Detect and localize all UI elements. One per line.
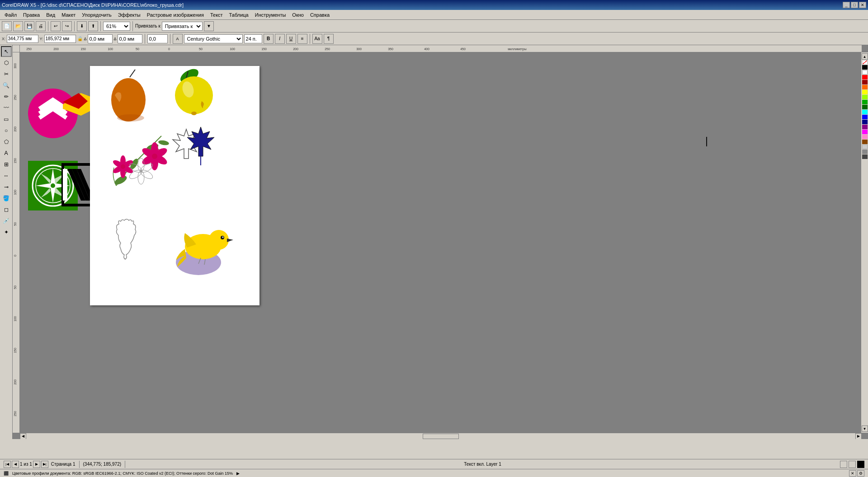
red-swatch[interactable] (862, 75, 868, 80)
blue-swatch[interactable] (862, 115, 868, 119)
font-size-input[interactable] (244, 34, 262, 43)
dark-green-swatch[interactable] (862, 105, 868, 109)
svg-rect-17 (13, 52, 20, 433)
brown-swatch[interactable] (862, 140, 868, 144)
title-bar: CorelDRAW X5 - [G:\disc d\СПАСЕНО\Диск D… (0, 0, 868, 10)
export-button[interactable]: ⬆ (88, 21, 98, 31)
rect-tool[interactable]: ▭ (1, 114, 12, 125)
menu-edit[interactable]: Правка (20, 11, 42, 19)
interactive-tool[interactable]: ✦ (1, 227, 12, 238)
close-button[interactable]: ✕ (859, 2, 866, 8)
menu-view[interactable]: Вид (43, 11, 58, 19)
minimize-button[interactable]: _ (843, 2, 850, 8)
zoom-select[interactable]: 61%50%75%100% (103, 22, 130, 31)
black-swatch[interactable] (862, 65, 868, 70)
horizontal-scrollbar[interactable]: ◀ ▶ (20, 433, 862, 439)
status-separator-2 (125, 461, 125, 468)
fill-tool[interactable]: 🪣 (1, 193, 12, 204)
bottom-close-button[interactable]: ✕ (849, 470, 856, 477)
page-label: Страница 1 (51, 462, 75, 467)
menu-effects[interactable]: Эффекты (115, 11, 143, 19)
print-button[interactable]: 🖨 (36, 21, 46, 31)
dark-red-swatch[interactable] (862, 80, 868, 84)
prev-page-button[interactable]: ◀ (12, 461, 19, 468)
purple-swatch[interactable] (862, 125, 868, 129)
font-select[interactable]: Century Gothic (184, 34, 243, 43)
scroll-left-button[interactable]: ◀ (20, 433, 26, 440)
maximize-button[interactable]: □ (851, 2, 858, 8)
snap-settings-button[interactable]: ▼ (204, 21, 214, 31)
next-page-button[interactable]: ▶ (33, 461, 40, 468)
white-swatch[interactable] (862, 70, 868, 75)
delta-y-input[interactable] (118, 34, 142, 43)
shape-tool[interactable]: ⬡ (1, 57, 12, 68)
angle-input[interactable] (147, 34, 168, 43)
menu-arrange[interactable]: Упорядочить (79, 11, 114, 19)
eyedropper-tool[interactable]: 💉 (1, 215, 12, 226)
bold-button[interactable]: B (264, 34, 274, 44)
yellow-swatch[interactable] (862, 90, 868, 94)
green-swatch[interactable] (862, 100, 868, 104)
menu-bitmaps[interactable]: Растровые изображения (144, 11, 207, 19)
bottom-settings-button[interactable]: ⚙ (857, 470, 864, 477)
dimension-tool[interactable]: ↔ (1, 170, 12, 181)
scroll-thumb-h[interactable] (423, 434, 459, 439)
save-button[interactable]: 💾 (24, 21, 34, 31)
snap-select[interactable]: Привязать к (162, 22, 203, 31)
delta-x-input[interactable] (88, 34, 113, 43)
last-page-button[interactable]: ▶| (41, 461, 48, 468)
svg-text:150: 150 (14, 348, 17, 353)
redo-button[interactable]: ↪ (62, 21, 72, 31)
zoom-tool[interactable]: 🔍 (1, 80, 12, 91)
palette-down-button[interactable]: ▼ (862, 426, 868, 432)
underline-button[interactable]: U (286, 34, 296, 44)
yellow-green-swatch[interactable] (862, 95, 868, 99)
character-settings-button[interactable]: Aa (312, 34, 322, 44)
svg-point-55 (138, 158, 144, 172)
no-color-swatch[interactable] (862, 60, 868, 65)
text-properties-button[interactable]: ¶ (324, 34, 334, 44)
text-tool[interactable]: A (1, 148, 12, 159)
menu-table[interactable]: Таблица (226, 11, 251, 19)
navy-swatch[interactable] (862, 120, 868, 124)
menu-help[interactable]: Справка (307, 11, 332, 19)
light-gray-swatch[interactable] (862, 145, 868, 149)
document-page (90, 66, 259, 305)
y-input[interactable] (44, 35, 76, 43)
palette-up-button[interactable]: ▲ (862, 53, 868, 60)
menu-text[interactable]: Текст (208, 11, 226, 19)
pink-swatch[interactable] (862, 135, 868, 139)
italic-button[interactable]: I (275, 34, 285, 44)
bottom-bar: ⬛ Цветовые профили документа: RGB: sRGB … (0, 469, 868, 477)
outline-tool[interactable]: ◻ (1, 204, 12, 215)
mid-gray-swatch[interactable] (862, 150, 868, 154)
connector-tool[interactable]: ⊸ (1, 182, 12, 192)
menu-window[interactable]: Окно (289, 11, 307, 19)
freehand-tool[interactable]: ✏ (1, 91, 12, 102)
menu-file[interactable]: Файл (2, 11, 19, 19)
canvas-area[interactable]: 250 200 150 100 50 0 50 100 150 200 250 … (13, 45, 868, 439)
menu-layout[interactable]: Макет (59, 11, 78, 19)
x-input[interactable] (7, 35, 38, 43)
table-tool[interactable]: ⊞ (1, 159, 12, 170)
smart-draw-tool[interactable]: 〰 (1, 103, 12, 113)
svg-text:250: 250 (14, 95, 17, 100)
color-profile-arrow[interactable]: ▶ (236, 471, 240, 476)
import-button[interactable]: ⬇ (77, 21, 87, 31)
magenta-swatch[interactable] (862, 130, 868, 134)
open-button[interactable]: 📂 (13, 21, 23, 31)
polygon-tool[interactable]: ⬠ (1, 136, 12, 147)
cyan-swatch[interactable] (862, 110, 868, 114)
text-align-button[interactable]: ≡ (297, 34, 307, 44)
new-button[interactable]: 📄 (2, 21, 12, 31)
menu-tools[interactable]: Инструменты (252, 11, 289, 19)
crop-tool[interactable]: ✂ (1, 69, 12, 80)
scroll-right-button[interactable]: ▶ (855, 433, 862, 440)
dark-gray-swatch[interactable] (862, 154, 868, 159)
ellipse-tool[interactable]: ○ (1, 125, 12, 136)
orange-swatch[interactable] (862, 85, 868, 89)
select-tool[interactable]: ↖ (1, 46, 12, 57)
first-page-button[interactable]: |◀ (4, 461, 11, 468)
canvas-content[interactable]: | (20, 52, 862, 433)
undo-button[interactable]: ↩ (51, 21, 61, 31)
